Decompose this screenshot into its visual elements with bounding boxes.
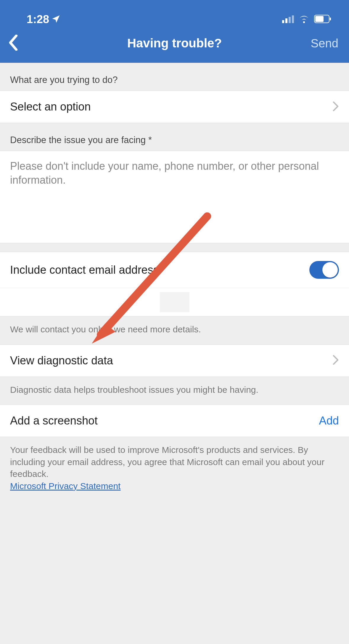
footer-body: Your feedback will be used to improve Mi… <box>10 445 324 479</box>
email-value-redacted <box>160 292 189 312</box>
issue-placeholder: Please don't include your name, phone nu… <box>10 159 339 187</box>
svg-rect-3 <box>292 15 294 23</box>
toggle-knob <box>322 262 338 278</box>
add-screenshot-row: Add a screenshot Add <box>0 405 349 437</box>
include-email-label: Include contact email address <box>10 264 159 276</box>
status-left: 1:28 <box>27 13 60 26</box>
select-option-row[interactable]: Select an option <box>0 91 349 123</box>
status-time: 1:28 <box>27 13 49 26</box>
select-option-text: Select an option <box>10 100 91 113</box>
send-button[interactable]: Send <box>311 37 338 50</box>
back-button[interactable] <box>8 35 18 52</box>
add-screenshot-label: Add a screenshot <box>10 414 98 427</box>
nav-bar: Having trouble? Send <box>0 30 349 63</box>
view-diagnostic-row[interactable]: View diagnostic data <box>0 345 349 377</box>
section2-label: Describe the issue you are facing * <box>0 123 349 151</box>
include-email-row: Include contact email address <box>0 252 349 288</box>
chevron-right-icon <box>332 101 339 113</box>
status-right <box>282 13 331 26</box>
issue-description-input[interactable]: Please don't include your name, phone nu… <box>0 151 349 243</box>
wifi-icon <box>298 13 310 26</box>
diagnostic-note: Diagnostic data helps troubleshoot issue… <box>0 377 349 405</box>
contact-note: We will contact you only if we need more… <box>0 316 349 345</box>
svg-rect-0 <box>282 20 284 23</box>
svg-rect-2 <box>289 17 291 23</box>
email-field-row[interactable] <box>0 288 349 316</box>
section1-label: What are you trying to do? <box>0 63 349 91</box>
spacer <box>0 243 349 252</box>
cellular-signal-icon <box>282 13 294 26</box>
chevron-right-icon <box>332 355 339 366</box>
privacy-statement-link[interactable]: Microsoft Privacy Statement <box>10 481 120 491</box>
app-header: 1:28 <box>0 0 349 63</box>
include-email-toggle[interactable] <box>309 261 339 279</box>
footer-text: Your feedback will be used to improve Mi… <box>0 437 349 495</box>
screen: 1:28 <box>0 0 349 644</box>
location-arrow-icon <box>52 13 60 26</box>
status-bar: 1:28 <box>0 0 349 30</box>
view-diagnostic-label: View diagnostic data <box>10 354 113 367</box>
page-title: Having trouble? <box>0 36 349 50</box>
svg-rect-5 <box>315 16 324 22</box>
svg-rect-6 <box>330 17 331 20</box>
add-screenshot-button[interactable]: Add <box>319 414 339 427</box>
svg-rect-1 <box>285 18 287 23</box>
battery-icon <box>314 13 331 26</box>
